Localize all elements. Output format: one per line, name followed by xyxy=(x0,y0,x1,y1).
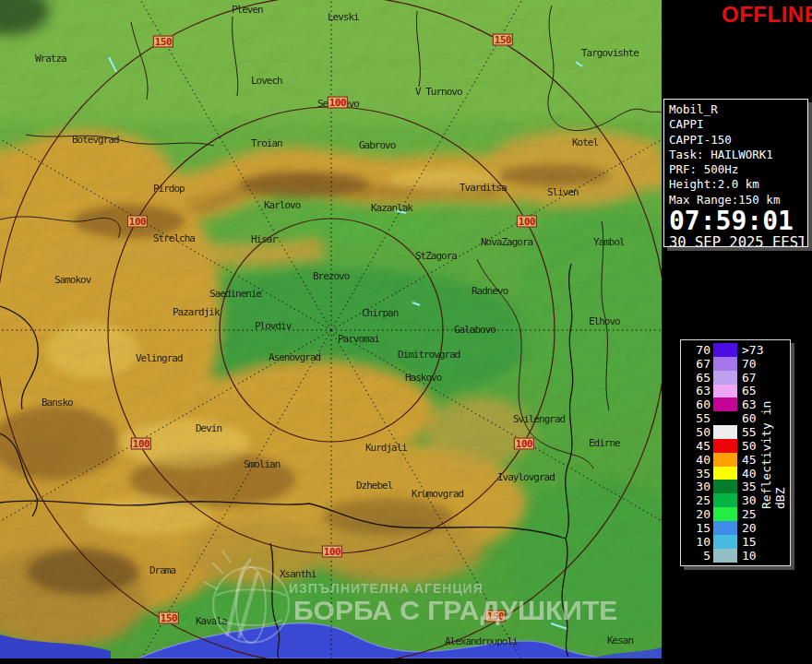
legend-left-value: 40 xyxy=(681,453,710,467)
legend-color-swatch xyxy=(713,385,737,398)
legend-right-value: 15 xyxy=(742,535,779,549)
legend-color-swatch xyxy=(713,480,737,493)
clock-date: 30 SEP 2025 EEST xyxy=(669,234,804,247)
map-canvas: PlevenLevskiWratzaTargovishteLovechV Tur… xyxy=(0,0,662,658)
legend-color-swatch xyxy=(713,453,737,467)
clock-time: 07:59:01 xyxy=(669,208,803,234)
info-line: CAPPI-150 xyxy=(669,133,803,148)
legend-row: 6770 xyxy=(681,357,790,371)
legend-color-swatch xyxy=(713,397,737,411)
legend-color-swatch xyxy=(713,343,737,357)
radar-parameters: Mobil_RCAPPICAPPI-150Task: HAILWORK1PRF:… xyxy=(669,102,803,208)
legend-left-value: 55 xyxy=(681,411,710,425)
info-line: Height:2.0 km xyxy=(669,177,803,192)
radar-display-window: PlevenLevskiWratzaTargovishteLovechV Tur… xyxy=(0,0,812,664)
agency-emblem xyxy=(0,0,662,658)
legend-color-swatch xyxy=(713,507,737,521)
legend-color-swatch xyxy=(713,411,737,425)
info-line: PRF: 500Hz xyxy=(669,162,803,177)
legend-right-value: >73 xyxy=(742,343,779,357)
legend-color-swatch xyxy=(713,467,737,480)
legend-left-value: 15 xyxy=(681,521,710,535)
info-line: CAPPI xyxy=(669,117,803,132)
reflectivity-legend: 70>7367706567636560635560505545504045354… xyxy=(680,339,791,566)
legend-row: 510 xyxy=(681,549,790,563)
legend-left-value: 65 xyxy=(681,371,710,385)
legend-left-value: 10 xyxy=(681,535,710,549)
radar-info-panel: Mobil_RCAPPICAPPI-150Task: HAILWORK1PRF:… xyxy=(663,99,808,247)
legend-right-value: 20 xyxy=(742,521,779,535)
legend-row: 6567 xyxy=(681,371,790,385)
legend-left-value: 35 xyxy=(681,467,710,480)
legend-row: 70>73 xyxy=(681,343,790,357)
legend-left-value: 70 xyxy=(681,343,710,357)
legend-color-swatch xyxy=(713,535,737,549)
legend-right-value: 67 xyxy=(742,371,779,385)
legend-right-value: 10 xyxy=(742,549,779,563)
legend-left-value: 67 xyxy=(681,357,710,371)
legend-left-value: 60 xyxy=(681,397,710,411)
legend-right-value: 70 xyxy=(742,357,779,371)
legend-color-swatch xyxy=(713,357,737,371)
legend-left-value: 63 xyxy=(681,384,710,397)
offline-status: OFFLINE xyxy=(722,2,812,28)
legend-row: 2025 xyxy=(681,507,790,521)
info-line: Mobil_R xyxy=(669,102,803,117)
legend-title: Reflectivity in dBZ xyxy=(759,397,787,509)
legend-row: 1015 xyxy=(681,535,790,549)
legend-color-swatch xyxy=(713,439,737,453)
legend-color-swatch xyxy=(713,521,737,535)
legend-color-swatch xyxy=(713,371,737,385)
legend-left-value: 20 xyxy=(681,507,710,521)
legend-left-value: 30 xyxy=(681,480,710,493)
legend-color-swatch xyxy=(713,493,737,507)
legend-left-value: 50 xyxy=(681,425,710,439)
legend-left-value: 5 xyxy=(681,549,710,563)
legend-color-swatch xyxy=(713,549,737,563)
legend-left-value: 25 xyxy=(681,493,710,507)
legend-color-swatch xyxy=(713,425,737,439)
info-line: Task: HAILWORK1 xyxy=(669,148,803,162)
legend-left-value: 45 xyxy=(681,439,710,453)
legend-row: 1520 xyxy=(681,521,790,535)
legend-right-value: 25 xyxy=(742,507,779,521)
